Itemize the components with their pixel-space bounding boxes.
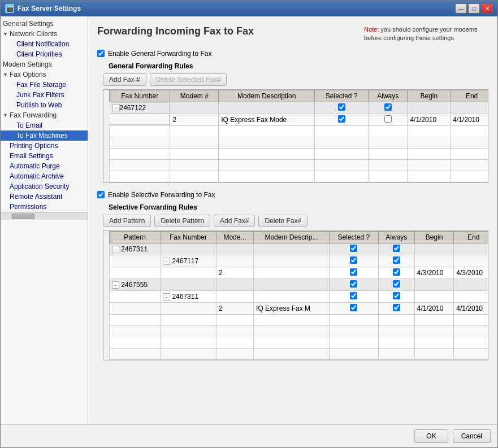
cancel-button[interactable]: Cancel: [453, 429, 491, 443]
selected-checkbox[interactable]: [338, 115, 345, 123]
delete-fax-button[interactable]: Delete Selected Fax#: [150, 73, 227, 86]
sidebar-item-automatic-purge[interactable]: Automatic Purge: [1, 161, 88, 171]
always-checkbox[interactable]: [393, 245, 400, 252]
always-checkbox[interactable]: [393, 256, 400, 264]
sidebar-item-network-clients[interactable]: ▼ Network Clients: [1, 29, 88, 39]
sidebar-item-client-priorities[interactable]: Client Priorities: [1, 49, 88, 59]
window-title: Fax Server Settings: [18, 5, 81, 12]
sidebar-item-client-notification[interactable]: Client Notification: [1, 39, 88, 49]
title-bar: 📠 Fax Server Settings — □ ✕: [1, 1, 497, 16]
add-fax-button-sel[interactable]: Add Fax#: [214, 215, 255, 227]
sidebar-label: Application Security: [10, 182, 69, 190]
table-row[interactable]: - 2467311: [110, 243, 489, 255]
table-row-empty: [110, 314, 489, 325]
selected-checkbox[interactable]: [350, 268, 357, 276]
always-checkbox[interactable]: [384, 103, 392, 111]
sidebar-item-fax-file-storage[interactable]: Fax File Storage: [1, 80, 88, 90]
expand-btn[interactable]: -: [112, 281, 119, 289]
col-selected: Selected ?: [329, 231, 378, 243]
sidebar-item-permissions[interactable]: Permissions: [1, 202, 88, 212]
selected-checkbox[interactable]: [350, 292, 357, 299]
scrollbar-thumb[interactable]: [12, 214, 34, 219]
sidebar-label: Automatic Purge: [10, 162, 60, 170]
general-table: Fax Number Modem # Modem Description Sel…: [109, 90, 488, 182]
sidebar-item-application-security[interactable]: Application Security: [1, 181, 88, 192]
col-end: End: [451, 90, 488, 102]
maximize-button[interactable]: □: [468, 3, 480, 14]
enable-general-checkbox-row: Enable General Forwarding to Fax: [97, 50, 488, 58]
sidebar-label: Modem Settings: [3, 60, 52, 68]
table-row[interactable]: 2IQ Express Fax Mode4/1/20104/1/2010: [110, 114, 489, 125]
table-row[interactable]: - 2467555: [110, 279, 489, 290]
expand-btn-child[interactable]: -: [163, 258, 170, 265]
col-always: Always: [369, 90, 408, 102]
col-pattern: Pattern: [110, 231, 161, 243]
sidebar-item-publish-to-web[interactable]: Publish to Web: [1, 100, 88, 110]
table-row-empty: [110, 159, 489, 171]
delete-pattern-button[interactable]: Delete Pattern: [154, 215, 210, 227]
selected-checkbox[interactable]: [350, 245, 357, 252]
sidebar-item-printing-options[interactable]: Printing Options: [1, 141, 88, 151]
window-body: General Settings ▼ Network Clients Clien…: [1, 16, 497, 424]
add-fax-button[interactable]: Add Fax #: [103, 73, 146, 86]
sidebar-scrollbar[interactable]: [1, 212, 88, 220]
selected-checkbox[interactable]: [350, 304, 357, 311]
selected-checkbox[interactable]: [350, 256, 357, 264]
enable-selective-checkbox[interactable]: [97, 191, 105, 198]
ok-button[interactable]: OK: [414, 429, 448, 443]
col-modem: Modem #: [170, 90, 219, 102]
sidebar-item-general-settings[interactable]: General Settings: [1, 19, 88, 29]
table-row-empty: [110, 337, 489, 348]
sidebar-item-email-settings[interactable]: Email Settings: [1, 151, 88, 161]
selected-checkbox[interactable]: [350, 280, 357, 288]
selected-checkbox[interactable]: [338, 103, 345, 111]
enable-general-label: Enable General Forwarding to Fax: [108, 50, 211, 58]
delete-fax-button-sel[interactable]: Delete Fax#: [258, 215, 308, 227]
always-checkbox[interactable]: [384, 115, 392, 123]
note-label: Note:: [364, 26, 379, 33]
always-checkbox[interactable]: [393, 292, 400, 299]
note-box: Note: you should configure your modems b…: [364, 25, 488, 43]
sidebar-item-fax-forwarding[interactable]: ▼ Fax Forwarding: [1, 110, 88, 120]
bottom-bar: OK Cancel: [1, 424, 497, 447]
sidebar-item-remote-assistant[interactable]: Remote Assistant: [1, 192, 88, 202]
table-row[interactable]: 2IQ Express Fax M4/1/20104/1/2010: [110, 302, 489, 314]
sidebar-label: Fax Options: [10, 71, 46, 79]
col-begin: Begin: [408, 90, 451, 102]
sidebar-label: To Email: [16, 121, 42, 129]
sidebar-label: Publish to Web: [16, 101, 62, 109]
enable-selective-label: Enable Selective Forwarding to Fax: [108, 191, 215, 199]
sidebar-item-automatic-archive[interactable]: Automatic Archive: [1, 171, 88, 181]
sidebar-label: Remote Assistant: [10, 193, 62, 201]
sidebar-item-to-email[interactable]: To Email: [1, 120, 88, 131]
minimize-button[interactable]: —: [455, 3, 467, 14]
enable-general-checkbox[interactable]: [97, 50, 105, 57]
expand-arrow: ▼: [3, 31, 8, 37]
expand-btn[interactable]: -: [112, 246, 119, 253]
enable-selective-checkbox-row: Enable Selective Forwarding to Fax: [97, 191, 488, 199]
sidebar-item-to-fax-machines[interactable]: To Fax Machines: [1, 131, 88, 141]
table-row[interactable]: - 2467122: [110, 102, 489, 114]
sidebar-label: Fax Forwarding: [10, 111, 57, 119]
table-row[interactable]: 24/3/20104/3/2010: [110, 267, 489, 279]
always-checkbox[interactable]: [393, 268, 400, 276]
expand-btn-child[interactable]: -: [163, 293, 170, 301]
sidebar-label: Automatic Archive: [10, 172, 64, 180]
close-button[interactable]: ✕: [481, 3, 493, 14]
general-forwarding-section: Enable General Forwarding to Fax General…: [97, 50, 488, 183]
add-pattern-button[interactable]: Add Pattern: [103, 215, 151, 227]
table-row-empty: [110, 137, 489, 148]
table-row[interactable]: - 2467117: [110, 255, 489, 267]
table-row[interactable]: - 2467311: [110, 290, 489, 302]
sidebar-item-modem-settings[interactable]: Modem Settings: [1, 59, 88, 69]
expand-arrow: ▼: [3, 72, 8, 77]
sidebar-label: Printing Options: [10, 142, 58, 150]
expand-btn[interactable]: -: [112, 104, 120, 111]
table-row-empty: [110, 125, 489, 137]
col-faxnum: Fax Number: [161, 231, 216, 243]
sidebar-label: Fax File Storage: [16, 81, 66, 89]
sidebar-item-junk-fax-filters[interactable]: Junk Fax Filters: [1, 90, 88, 100]
always-checkbox[interactable]: [393, 280, 400, 288]
always-checkbox[interactable]: [393, 304, 400, 311]
sidebar-item-fax-options[interactable]: ▼ Fax Options: [1, 69, 88, 80]
